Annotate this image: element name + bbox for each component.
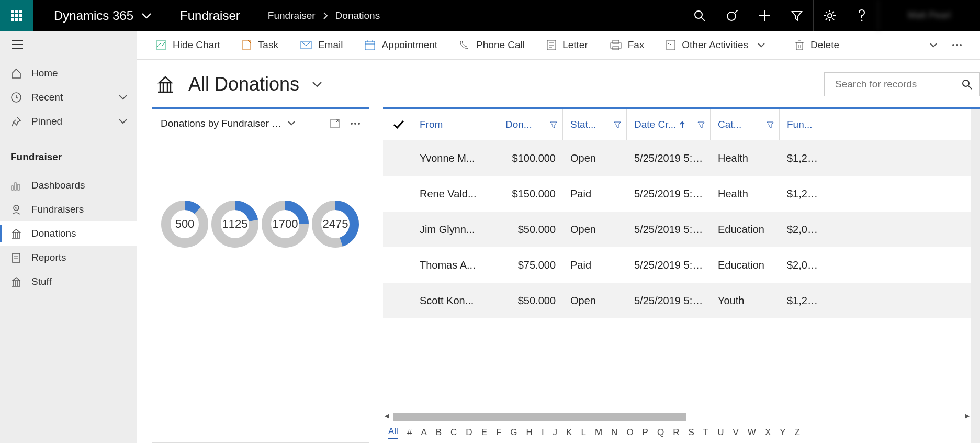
cmd-delete-split[interactable] bbox=[922, 35, 944, 55]
nav-reports[interactable]: Reports bbox=[0, 246, 137, 270]
alpha-c[interactable]: C bbox=[450, 427, 457, 438]
table-row[interactable]: Jim Glynn...$50.000Open5/25/2019 5:0...E… bbox=[383, 212, 971, 247]
nav-stuff[interactable]: Stuff bbox=[0, 270, 137, 294]
col-from[interactable]: From bbox=[412, 109, 498, 140]
alpha-d[interactable]: D bbox=[466, 427, 472, 438]
chevron-down-icon[interactable] bbox=[312, 81, 322, 87]
svg-rect-8 bbox=[19, 18, 22, 21]
col-category[interactable]: Cat... bbox=[711, 109, 780, 140]
vertical-scrollbar[interactable] bbox=[971, 109, 980, 443]
alpha-n[interactable]: N bbox=[611, 427, 617, 438]
svg-text:500: 500 bbox=[175, 217, 195, 230]
chevron-down-icon[interactable] bbox=[288, 121, 295, 126]
settings-button[interactable] bbox=[813, 0, 846, 31]
chevron-down-icon bbox=[142, 13, 151, 19]
alpha-a[interactable]: A bbox=[421, 427, 426, 438]
horizontal-scrollbar[interactable]: ◄ ► bbox=[383, 412, 971, 422]
advanced-find-button[interactable] bbox=[781, 0, 813, 31]
scroll-right-icon[interactable]: ► bbox=[964, 412, 971, 420]
filter-icon[interactable] bbox=[697, 121, 705, 128]
expand-icon[interactable] bbox=[330, 119, 340, 128]
cmd-label: Appointment bbox=[381, 39, 437, 51]
col-fundraiser[interactable]: Fun... bbox=[780, 109, 826, 140]
alpha-r[interactable]: R bbox=[673, 427, 679, 438]
table-row[interactable]: Scott Kon...$50.000Open5/25/2019 5:0...Y… bbox=[383, 283, 971, 318]
new-record-button[interactable] bbox=[748, 0, 781, 31]
alpha-#[interactable]: # bbox=[407, 427, 412, 438]
alpha-u[interactable]: U bbox=[717, 427, 724, 438]
breadcrumb-root[interactable]: Fundraiser bbox=[268, 10, 316, 21]
help-button[interactable] bbox=[846, 0, 878, 31]
app-launcher-button[interactable] bbox=[0, 0, 33, 31]
table-row[interactable]: Yvonne M...$100.000Open5/25/2019 5:0...H… bbox=[383, 140, 971, 176]
search-records[interactable] bbox=[824, 72, 980, 96]
filter-icon[interactable] bbox=[550, 121, 557, 128]
cmd-other-activities[interactable]: Other Activities bbox=[657, 35, 774, 55]
alpha-y[interactable]: Y bbox=[780, 427, 785, 438]
alpha-z[interactable]: Z bbox=[795, 427, 800, 438]
donut-chart[interactable]: 1125 bbox=[211, 200, 260, 249]
cmd-task[interactable]: Task bbox=[233, 35, 288, 55]
table-row[interactable]: Rene Vald...$150.000Paid5/25/2019 5:0...… bbox=[383, 176, 971, 212]
alpha-x[interactable]: X bbox=[765, 427, 771, 438]
alpha-o[interactable]: O bbox=[626, 427, 633, 438]
view-title[interactable]: All Donations bbox=[188, 73, 299, 95]
alpha-p[interactable]: P bbox=[643, 427, 648, 438]
filter-icon[interactable] bbox=[767, 121, 774, 128]
cmd-fax[interactable]: Fax bbox=[601, 35, 654, 55]
alpha-k[interactable]: K bbox=[566, 427, 572, 438]
search-input[interactable] bbox=[835, 79, 962, 90]
breadcrumb-leaf[interactable]: Donations bbox=[335, 10, 380, 21]
donut-chart[interactable]: 2475 bbox=[311, 200, 361, 249]
scroll-thumb[interactable] bbox=[393, 413, 686, 421]
cmd-letter[interactable]: Letter bbox=[537, 35, 598, 55]
nav-donations[interactable]: Donations bbox=[0, 222, 137, 246]
col-status[interactable]: Stat... bbox=[563, 109, 627, 140]
col-date[interactable]: Date Cr... bbox=[627, 109, 711, 140]
area-name[interactable]: Fundraiser bbox=[167, 0, 256, 31]
alpha-l[interactable]: L bbox=[581, 427, 585, 438]
alpha-q[interactable]: Q bbox=[657, 427, 664, 438]
cmd-appointment[interactable]: Appointment bbox=[355, 35, 447, 55]
alpha-h[interactable]: H bbox=[526, 427, 533, 438]
alpha-g[interactable]: G bbox=[510, 427, 517, 438]
nav-dashboards[interactable]: Dashboards bbox=[0, 173, 137, 197]
donut-chart[interactable]: 1700 bbox=[261, 200, 310, 249]
user-menu[interactable]: Matt Pearl bbox=[878, 0, 980, 31]
alpha-v[interactable]: V bbox=[733, 427, 738, 438]
filter-icon[interactable] bbox=[614, 121, 621, 128]
main: Hide Chart Task Email Appointment Phone … bbox=[137, 31, 980, 443]
donut-chart[interactable]: 500 bbox=[161, 200, 210, 249]
alpha-t[interactable]: T bbox=[703, 427, 708, 438]
alpha-j[interactable]: J bbox=[553, 427, 558, 438]
cmd-delete[interactable]: Delete bbox=[785, 35, 849, 55]
more-icon[interactable] bbox=[350, 122, 361, 125]
app-title[interactable]: Dynamics 365 bbox=[33, 0, 167, 31]
nav-pinned[interactable]: Pinned bbox=[0, 109, 137, 134]
nav-collapse-button[interactable] bbox=[0, 31, 137, 58]
task-flow-button[interactable] bbox=[716, 0, 748, 31]
search-button[interactable] bbox=[683, 0, 716, 31]
cmd-email[interactable]: Email bbox=[291, 35, 353, 55]
alpha-m[interactable]: M bbox=[595, 427, 602, 438]
alpha-e[interactable]: E bbox=[481, 427, 487, 438]
col-donation[interactable]: Don... bbox=[498, 109, 563, 140]
nav-home[interactable]: Home bbox=[0, 61, 137, 85]
table-row[interactable]: Thomas A...$75.000Paid5/25/2019 5:0...Ed… bbox=[383, 247, 971, 283]
nav-fundraisers[interactable]: $ Fundraisers bbox=[0, 197, 137, 222]
scroll-left-icon[interactable]: ◄ bbox=[383, 412, 390, 420]
alpha-all[interactable]: All bbox=[388, 426, 398, 439]
chevron-right-icon bbox=[323, 12, 328, 19]
alpha-w[interactable]: W bbox=[748, 427, 756, 438]
alpha-f[interactable]: F bbox=[496, 427, 501, 438]
svg-rect-1 bbox=[15, 10, 18, 13]
nav-recent[interactable]: Recent bbox=[0, 85, 137, 109]
select-all[interactable] bbox=[383, 109, 412, 140]
alpha-i[interactable]: I bbox=[542, 427, 544, 438]
chart-title[interactable]: Donations by Fundraiser (T... bbox=[161, 118, 283, 129]
cmd-overflow[interactable] bbox=[944, 35, 970, 55]
alpha-s[interactable]: S bbox=[688, 427, 694, 438]
cmd-phone[interactable]: Phone Call bbox=[450, 35, 534, 55]
alpha-b[interactable]: B bbox=[436, 427, 442, 438]
cmd-hide-chart[interactable]: Hide Chart bbox=[147, 35, 230, 55]
